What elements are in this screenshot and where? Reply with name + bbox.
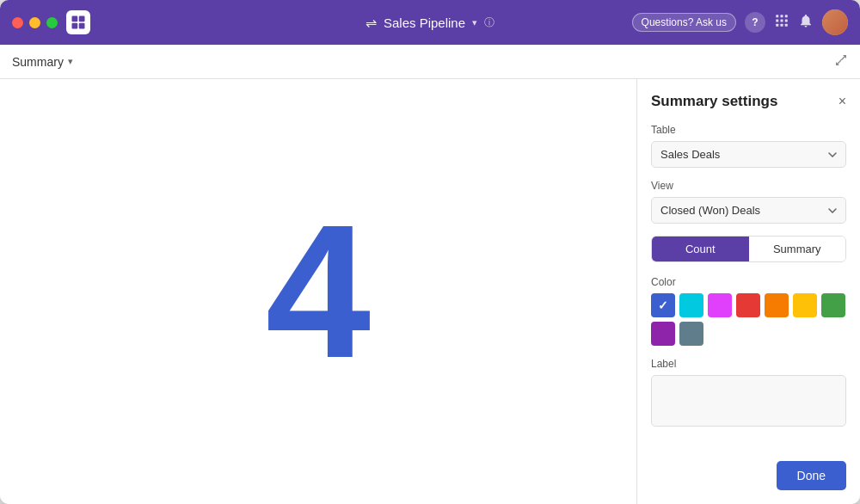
svg-rect-4	[776, 15, 778, 17]
color-swatch-cyan[interactable]	[679, 293, 703, 317]
svg-rect-10	[776, 24, 778, 27]
table-field-label: Table	[651, 124, 846, 136]
svg-rect-8	[781, 20, 783, 22]
color-swatch-orange[interactable]	[765, 293, 789, 317]
summary-dropdown-icon[interactable]: ▾	[68, 56, 73, 67]
grid-icon[interactable]	[774, 13, 789, 32]
summary-tab-label: Summary	[12, 55, 64, 69]
titlebar-center: ⇌ Sales Pipeline ▾ ⓘ	[366, 15, 494, 31]
titlebar: ⇌ Sales Pipeline ▾ ⓘ Questions? Ask us ?	[0, 0, 860, 45]
view-select[interactable]: Closed (Won) Deals	[651, 197, 846, 224]
color-section: Color	[651, 276, 846, 346]
count-display: 4	[266, 197, 371, 386]
summary-tab[interactable]: Summary ▾	[12, 55, 73, 69]
close-button[interactable]	[12, 17, 23, 28]
svg-rect-12	[785, 24, 788, 27]
main-content: 4 Summary settings × Table Sales Deals V…	[0, 79, 860, 504]
minimize-button[interactable]	[29, 17, 40, 28]
settings-scroll: Table Sales Deals View Closed (Won) Deal…	[651, 124, 846, 490]
pipeline-title: Sales Pipeline	[384, 15, 465, 30]
svg-rect-5	[781, 15, 783, 17]
color-swatch-magenta[interactable]	[708, 293, 732, 317]
settings-panel: Summary settings × Table Sales Deals Vie…	[636, 79, 860, 504]
view-field-label: View	[651, 180, 846, 192]
svg-rect-11	[781, 24, 783, 27]
done-button[interactable]: Done	[777, 461, 846, 490]
avatar	[822, 9, 848, 35]
table-select[interactable]: Sales Deals	[651, 141, 846, 168]
expand-icon[interactable]	[834, 56, 848, 70]
toolbar: Summary ▾	[0, 45, 860, 79]
color-swatch-red[interactable]	[736, 293, 760, 317]
color-swatch-yellow[interactable]	[793, 293, 817, 317]
color-field-label: Color	[651, 276, 846, 288]
done-btn-container: Done	[651, 454, 846, 490]
app-logo	[66, 10, 90, 34]
color-swatch-blue[interactable]	[651, 293, 675, 317]
svg-rect-2	[72, 23, 78, 29]
color-swatch-gray[interactable]	[679, 322, 703, 346]
settings-title: Summary settings	[651, 93, 777, 110]
label-field-label: Label	[651, 358, 846, 370]
svg-rect-1	[79, 16, 85, 22]
svg-rect-6	[785, 15, 788, 17]
info-icon[interactable]: ⓘ	[484, 15, 494, 30]
svg-rect-0	[72, 16, 78, 22]
toolbar-right	[834, 53, 848, 71]
svg-rect-3	[79, 23, 85, 29]
pipeline-icon: ⇌	[366, 15, 377, 31]
color-swatch-purple[interactable]	[651, 322, 675, 346]
title-dropdown-icon[interactable]: ▾	[472, 17, 477, 28]
color-swatch-green[interactable]	[821, 293, 845, 317]
titlebar-right: Questions? Ask us ?	[632, 9, 848, 35]
view-field-group: View Closed (Won) Deals	[651, 180, 846, 236]
label-input[interactable]	[651, 375, 846, 427]
bell-icon[interactable]	[798, 13, 814, 32]
toggle-group: Count Summary	[651, 236, 846, 262]
settings-header: Summary settings ×	[651, 93, 846, 110]
label-section: Label	[651, 358, 846, 430]
table-field-group: Table Sales Deals	[651, 124, 846, 180]
svg-rect-9	[785, 20, 788, 22]
app-window: ⇌ Sales Pipeline ▾ ⓘ Questions? Ask us ?	[0, 0, 860, 504]
traffic-lights	[12, 17, 58, 28]
settings-close-button[interactable]: ×	[838, 94, 846, 109]
maximize-button[interactable]	[46, 17, 58, 28]
count-toggle-button[interactable]: Count	[652, 237, 749, 261]
summary-toggle-button[interactable]: Summary	[749, 237, 846, 261]
ask-us-button[interactable]: Questions? Ask us	[632, 13, 736, 32]
svg-rect-7	[776, 20, 778, 22]
canvas-area: 4	[0, 79, 636, 504]
color-swatches	[651, 293, 846, 346]
help-icon[interactable]: ?	[745, 12, 765, 33]
